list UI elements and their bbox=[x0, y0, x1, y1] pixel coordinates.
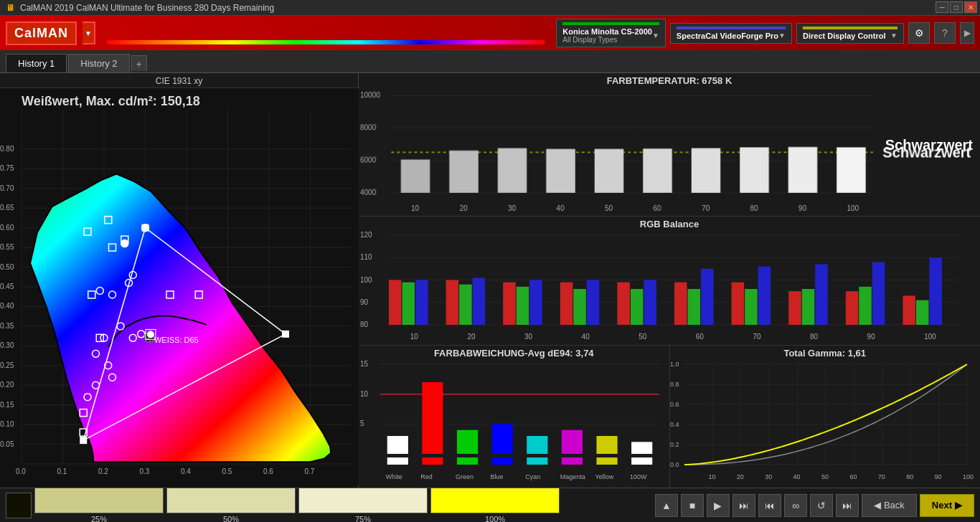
farbabweichung-section: FARBABWEICHUNG-Avg dE94: 3,74 bbox=[359, 346, 670, 488]
display-selector[interactable]: Direct Display Control ▼ bbox=[796, 23, 904, 44]
display-dropdown-arrow: ▼ bbox=[890, 32, 897, 39]
swatch-box-0 bbox=[6, 493, 32, 518]
rainbow-bar bbox=[107, 40, 545, 44]
rgb-balance-section: RGB Balance bbox=[359, 217, 980, 346]
swatch-75: 75% bbox=[298, 488, 428, 523]
meter-dropdown-arrow: ▼ bbox=[652, 32, 659, 39]
bottom-charts: FARBABWEICHUNG-Avg dE94: 3,74 Total Gamm… bbox=[359, 346, 980, 488]
cie-panel: CIE 1931 xy Weißwert, Max. cd/m²: 150,18 bbox=[0, 73, 359, 488]
next-label: Next bbox=[932, 500, 952, 511]
swatch-25: 25% bbox=[34, 488, 164, 523]
calman-logo: CalMAN bbox=[6, 22, 77, 45]
tab-history1[interactable]: History 1 bbox=[6, 54, 67, 72]
pattern-dropdown-arrow: ▼ bbox=[778, 32, 786, 39]
farbtemperatur-title: FARBTEMPERATUR: 6758 K bbox=[359, 73, 980, 88]
next-arrow-icon: ▶ bbox=[955, 500, 962, 511]
right-panel: FARBTEMPERATUR: 6758 K Schwarzwert RGB B… bbox=[359, 73, 980, 488]
rgb-balance-title: RGB Balance bbox=[359, 217, 980, 232]
close-button[interactable]: ✕ bbox=[964, 1, 977, 13]
display-name: Direct Display Control bbox=[803, 32, 886, 40]
titlebar: 🖥 CalMAN 2019 CalMAN Ultimate for Busine… bbox=[0, 0, 980, 16]
swatch-50: 50% bbox=[166, 488, 296, 523]
play-button[interactable]: ▶ bbox=[707, 494, 730, 517]
title-text: CalMAN 2019 CalMAN Ultimate for Business… bbox=[20, 3, 274, 13]
meter-sub: All Display Types bbox=[562, 36, 652, 44]
meter-name: Konica Minolta CS-2000 bbox=[562, 27, 652, 36]
navigation-controls: ▲ ■ ▶ ⏭ ⏮ ∞ ↺ ⏭ ◀ Back Next ▶ bbox=[655, 494, 974, 517]
swatch-label-25: 25% bbox=[91, 515, 107, 523]
rgb-balance-canvas bbox=[359, 232, 973, 343]
swatch-label-100: 100% bbox=[485, 515, 505, 523]
scroll-up-button[interactable]: ▲ bbox=[655, 494, 678, 517]
maximize-button[interactable]: □ bbox=[950, 1, 963, 13]
cie-chart-area: Weißwert, Max. cd/m²: 150,18 bbox=[0, 88, 358, 485]
gamma-section: Total Gamma: 1,61 bbox=[670, 346, 981, 488]
skip-forward-button[interactable]: ⏭ bbox=[732, 494, 755, 517]
tab-history2[interactable]: History 2 bbox=[68, 54, 129, 72]
nav-arrow-button[interactable]: ▶ bbox=[960, 22, 974, 44]
farbtemperatur-canvas bbox=[359, 88, 976, 214]
settings-button[interactable]: ⚙ bbox=[908, 22, 930, 44]
swatch-0 bbox=[6, 493, 32, 518]
farbtemperatur-section: FARBTEMPERATUR: 6758 K Schwarzwert bbox=[359, 73, 980, 217]
farbabweichung-title: FARBABWEICHUNG-Avg dE94: 3,74 bbox=[359, 346, 669, 361]
end-button[interactable]: ⏭ bbox=[836, 494, 859, 517]
bottombar: 25% 50% 75% 100% ▲ ■ ▶ ⏭ ⏮ ∞ ↺ ⏭ ◀ Back … bbox=[0, 488, 980, 522]
stop-button[interactable]: ■ bbox=[681, 494, 704, 517]
swatch-label-50: 50% bbox=[223, 515, 239, 523]
infinity-button[interactable]: ∞ bbox=[784, 494, 807, 517]
farbabweichung-canvas bbox=[359, 361, 666, 483]
swatch-box-75 bbox=[298, 488, 428, 513]
back-arrow-icon: ◀ bbox=[874, 500, 881, 511]
cie-title: CIE 1931 xy bbox=[0, 73, 358, 88]
pattern-selector[interactable]: SpectraCal VideoForge Pro ▼ bbox=[670, 23, 792, 44]
topbar: CalMAN ▼ Konica Minolta CS-2000 All Disp… bbox=[0, 16, 980, 50]
swatch-label-75: 75% bbox=[355, 515, 371, 523]
main-area: CIE 1931 xy Weißwert, Max. cd/m²: 150,18… bbox=[0, 73, 980, 488]
title-icon: 🖥 bbox=[6, 3, 14, 13]
add-tab-button[interactable]: + bbox=[131, 55, 147, 71]
back-label: Back bbox=[884, 500, 905, 511]
meter-selector[interactable]: Konica Minolta CS-2000 All Display Types… bbox=[556, 19, 666, 47]
help-button[interactable]: ? bbox=[934, 22, 956, 44]
pattern-name: SpectraCal VideoForge Pro bbox=[677, 32, 778, 40]
swatch-100: 100% bbox=[430, 488, 560, 523]
swatch-box-100 bbox=[430, 488, 560, 513]
cie-canvas bbox=[0, 88, 359, 485]
window-controls: ─ □ ✕ bbox=[936, 1, 977, 13]
schwarzwert-label: Schwarzwert bbox=[885, 136, 973, 153]
cie-main-label: Weißwert, Max. cd/m²: 150,18 bbox=[22, 94, 200, 109]
next-button[interactable]: Next ▶ bbox=[920, 494, 974, 517]
back-button[interactable]: ◀ Back bbox=[862, 494, 917, 517]
gamma-title: Total Gamma: 1,61 bbox=[670, 346, 981, 361]
refresh-button[interactable]: ↺ bbox=[810, 494, 833, 517]
gamma-canvas bbox=[670, 361, 978, 483]
swatch-box-25 bbox=[34, 488, 164, 513]
minimize-button[interactable]: ─ bbox=[936, 1, 948, 13]
back-skip-button[interactable]: ⏮ bbox=[758, 494, 781, 517]
swatch-box-50 bbox=[166, 488, 296, 513]
tabbar: History 1 History 2 + bbox=[0, 50, 980, 73]
logo-dropdown[interactable]: ▼ bbox=[83, 22, 95, 44]
